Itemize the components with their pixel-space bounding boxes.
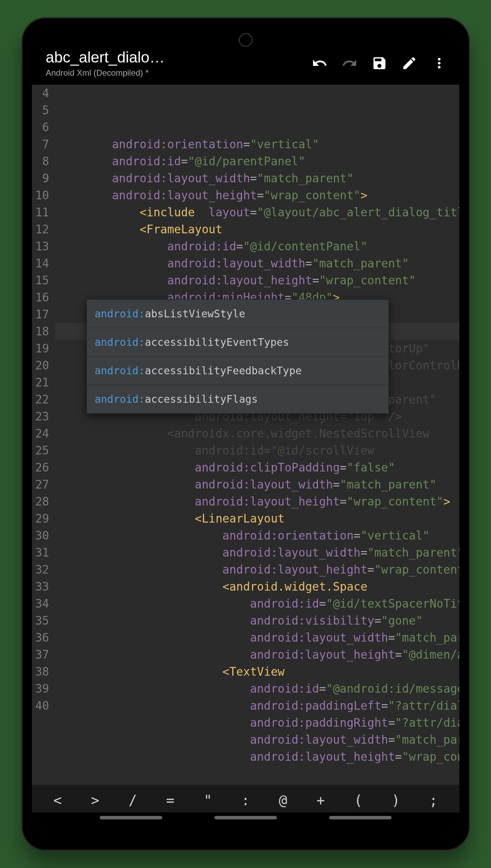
code-line[interactable]: android:layout_height="wrap_content" xyxy=(55,272,459,289)
line-number: 13 xyxy=(35,238,49,255)
line-number: 34 xyxy=(35,595,49,612)
symbol-key[interactable]: + xyxy=(313,792,328,808)
title-area: abc_alert_dialo… Android Xml (Decompiled… xyxy=(46,49,303,78)
code-line[interactable]: android:orientation="vertical" xyxy=(55,136,459,153)
save-button[interactable] xyxy=(370,53,389,73)
autocomplete-item[interactable]: android:accessibilityFeedbackType xyxy=(87,357,388,385)
file-title: abc_alert_dialo… xyxy=(46,49,303,66)
line-number: 10 xyxy=(35,187,49,204)
android-nav-bar xyxy=(32,812,459,833)
code-line[interactable]: android:layout_height="wrap_content"> xyxy=(55,493,459,510)
code-line[interactable]: android:layout_width="match_parent" xyxy=(55,544,459,561)
line-number: 26 xyxy=(35,459,49,476)
code-line[interactable]: android:layout_height="wrap_cont xyxy=(55,748,459,765)
symbol-key[interactable]: ; xyxy=(426,792,441,808)
autocomplete-item[interactable]: android:absListViewStyle xyxy=(87,300,388,328)
toolbar-actions xyxy=(303,53,449,73)
more-vert-icon xyxy=(431,55,447,71)
line-number: 22 xyxy=(35,391,49,408)
line-number: 38 xyxy=(35,663,49,680)
code-line[interactable]: android:layout_width="match_par xyxy=(55,629,459,646)
code-line[interactable]: android:id="@id/contentPanel" xyxy=(55,238,459,255)
line-number: 20 xyxy=(35,357,49,374)
code-line[interactable]: <FrameLayout xyxy=(55,221,459,238)
symbol-key[interactable]: ( xyxy=(351,792,366,808)
nav-home[interactable] xyxy=(214,816,277,819)
code-line[interactable]: android:orientation="vertical" xyxy=(55,527,459,544)
save-icon xyxy=(371,55,387,71)
line-number: 27 xyxy=(35,476,49,493)
autocomplete-item[interactable]: android:accessibilityFlags xyxy=(87,385,388,414)
code-line[interactable]: <TextView xyxy=(55,663,459,680)
code-line[interactable]: android:layout_height="@dimen/a xyxy=(55,646,459,663)
nav-back[interactable] xyxy=(329,816,392,819)
code-line[interactable]: android:layout_width="match_parent" xyxy=(55,170,459,187)
line-number: 29 xyxy=(35,510,49,527)
line-number: 37 xyxy=(35,646,49,663)
line-number: 36 xyxy=(35,629,49,646)
code-line[interactable]: <android.widget.Space xyxy=(55,578,459,595)
code-line[interactable]: android:layout_width="match_par xyxy=(55,731,459,748)
line-number: 21 xyxy=(35,374,49,391)
file-subtitle: Android Xml (Decompiled) * xyxy=(46,68,303,78)
nav-recent[interactable] xyxy=(100,816,162,819)
code-line[interactable]: android:paddingRight="?attr/dialo xyxy=(55,714,459,731)
line-number: 15 xyxy=(35,272,49,289)
line-number: 24 xyxy=(35,425,49,442)
line-number: 23 xyxy=(35,408,49,425)
code-line[interactable]: <include layout="@layout/abc_alert_dialo… xyxy=(55,204,459,221)
line-number: 25 xyxy=(35,442,49,459)
code-line[interactable]: android:visibility="gone" xyxy=(55,612,459,629)
line-number: 40 xyxy=(35,697,49,714)
redo-icon xyxy=(342,55,358,71)
line-number: 9 xyxy=(35,170,49,187)
pencil-icon xyxy=(401,55,417,71)
code-line[interactable]: android:layout_height="wrap_content xyxy=(55,561,459,578)
line-number: 5 xyxy=(35,102,49,119)
code-line[interactable]: android:clipToPadding="false" xyxy=(55,459,459,476)
symbol-key[interactable]: @ xyxy=(276,792,291,808)
code-line[interactable]: android:layout_width="match_parent" xyxy=(55,255,459,272)
line-number: 14 xyxy=(35,255,49,272)
screen: abc_alert_dialo… Android Xml (Decompiled… xyxy=(32,28,459,833)
line-number: 16 xyxy=(35,289,49,306)
line-number: 28 xyxy=(35,493,49,510)
overflow-menu-button[interactable] xyxy=(429,53,449,73)
line-number: 8 xyxy=(35,153,49,170)
undo-button[interactable] xyxy=(310,53,329,73)
line-number: 11 xyxy=(35,204,49,221)
line-number: 32 xyxy=(35,561,49,578)
code-line[interactable]: android:id="@id/scrollView xyxy=(55,442,459,459)
line-number: 6 xyxy=(35,119,49,136)
autocomplete-item[interactable]: android:accessibilityEventTypes xyxy=(87,328,388,357)
line-number: 12 xyxy=(35,221,49,238)
line-number: 7 xyxy=(35,136,49,153)
symbol-key[interactable]: : xyxy=(238,792,253,808)
line-number: 18 xyxy=(35,323,49,340)
camera-cutout xyxy=(239,33,253,47)
symbol-key[interactable]: = xyxy=(163,792,178,808)
code-line[interactable]: android:id="@id/parentPanel" xyxy=(55,153,459,170)
phone-frame: abc_alert_dialo… Android Xml (Decompiled… xyxy=(22,17,470,851)
edit-button[interactable] xyxy=(400,53,419,73)
autocomplete-popup[interactable]: android:absListViewStyleandroid:accessib… xyxy=(87,299,389,414)
code-editor[interactable]: 4567891011121314151617181920212223242526… xyxy=(32,85,459,785)
symbol-key[interactable]: " xyxy=(200,792,215,808)
code-line[interactable]: android:layout_width="match_parent" xyxy=(55,476,459,493)
redo-button[interactable] xyxy=(340,53,359,73)
line-number: 19 xyxy=(35,340,49,357)
code-line[interactable]: <LinearLayout xyxy=(55,510,459,527)
code-line[interactable]: android:layout_height="wrap_content"> xyxy=(55,187,459,204)
symbol-key[interactable]: < xyxy=(50,792,65,808)
symbol-key[interactable]: / xyxy=(125,792,140,808)
line-number: 30 xyxy=(35,527,49,544)
code-line[interactable]: <androidx.core.widget.NestedScrollView xyxy=(55,425,459,442)
code-line[interactable]: android:paddingLeft="?attr/dialog xyxy=(55,697,459,714)
line-number: 31 xyxy=(35,544,49,561)
symbol-key[interactable]: ) xyxy=(388,792,403,808)
code-content[interactable]: android:orientation="vertical" android:i… xyxy=(55,85,459,785)
code-line[interactable]: android:id="@android:id/message xyxy=(55,680,459,697)
code-line[interactable]: android:id="@id/textSpacerNoTitl xyxy=(55,595,459,612)
symbol-key[interactable]: > xyxy=(88,792,103,808)
line-number-gutter: 4567891011121314151617181920212223242526… xyxy=(32,85,56,785)
